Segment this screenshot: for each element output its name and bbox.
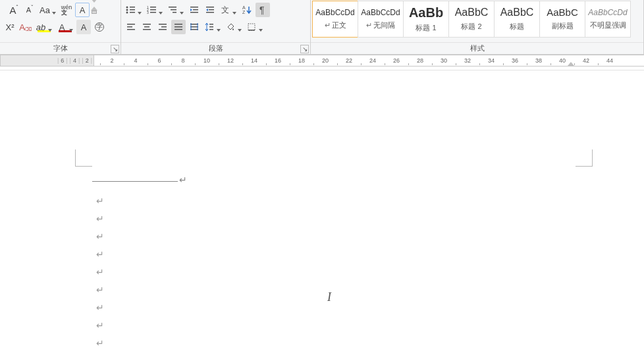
style-name: 标题 [510,22,524,32]
align-justify-icon [173,22,184,32]
distribute-button[interactable] [187,20,201,34]
ruler-tick: 22 [343,57,355,64]
change-case-button[interactable]: Aa [38,3,58,17]
svg-text:3: 3 [147,11,149,14]
svg-rect-15 [190,7,198,8]
highlight-button[interactable]: ab [34,20,54,34]
ruler-tick: 8 [177,57,189,64]
svg-rect-13 [171,9,176,11]
phonetic-guide-button[interactable]: wén文 [59,3,74,17]
svg-rect-18 [206,7,214,8]
paragraph-mark: ↵ [96,213,104,224]
para-row-1: 123 文 AZ ¶ [124,1,308,18]
borders-button[interactable] [245,20,265,34]
svg-text:¶: ¶ [259,5,265,15]
enclose-char-button[interactable]: 字 [92,20,107,34]
borders-icon [246,22,257,32]
increase-indent-icon [205,5,215,15]
enclose-char-icon: 字 [95,22,104,32]
horizontal-rule-shape[interactable] [92,181,178,182]
ruler-tick: 4 [130,57,142,64]
style-item-1[interactable]: AaBbCcDd↵无间隔 [358,1,404,38]
ruler-tick: 6 [153,57,165,64]
highlight-color-bar [38,30,51,32]
ruler-tick: 36 [509,57,521,64]
paragraph-group-label: 段落 ↘ [121,42,310,54]
sort-icon: AZ [242,5,252,15]
ruler-tick: 14 [248,57,260,64]
numbering-button[interactable]: 123 [145,3,165,17]
style-item-5[interactable]: AaBbC副标题 [539,1,585,38]
svg-rect-9 [150,9,156,11]
svg-rect-16 [193,9,198,11]
svg-rect-5 [130,12,135,13]
style-preview: AaBbC [500,7,534,18]
style-preview: AaBbC [547,7,578,17]
ruler-tick: 34 [485,57,497,64]
font-color-button[interactable]: A [55,20,75,34]
line-spacing-button[interactable] [203,20,223,34]
ruler-tick: 28 [414,57,426,64]
multilevel-list-button[interactable] [166,3,186,17]
right-indent-marker[interactable] [568,62,574,66]
left-indent-marker[interactable] [92,11,97,14]
font-row-1: A ˆ A ˇ Aa wén文 A [3,1,118,18]
svg-rect-36 [174,29,182,30]
style-item-3[interactable]: AaBbC标题 2 [448,1,495,38]
first-line-indent-marker[interactable] [91,0,97,3]
style-preview: AaBbCcDd [588,9,627,16]
font-dialog-launcher[interactable]: ↘ [111,45,119,53]
svg-rect-17 [190,12,198,13]
horizontal-ruler[interactable]: |6||4||2| 246810121416182022242628303234… [0,55,644,70]
paragraph-mark: ↵ [96,320,104,331]
document-area[interactable]: ↵ ↵↵↵↵↵↵↵↵↵ I [0,70,644,351]
grow-font-button[interactable]: A ˆ [7,3,21,17]
char-border-button[interactable]: A [75,3,90,17]
svg-rect-1 [130,7,135,8]
style-item-4[interactable]: AaBbC标题 [494,1,540,38]
style-preview: AaBbCcDd [361,9,400,16]
align-right-button[interactable] [155,20,170,34]
para-row-2 [124,18,308,36]
svg-rect-40 [209,24,213,25]
style-preview: AaBbC [455,7,489,18]
char-shading-button[interactable]: A [76,20,91,34]
svg-rect-39 [190,29,198,30]
svg-rect-11 [150,12,156,13]
clear-formatting-button[interactable]: A ⌫ [18,20,33,34]
ruler-tick: 38 [533,57,545,64]
align-center-button[interactable] [140,20,154,34]
decrease-indent-button[interactable] [187,3,201,17]
bullets-icon [125,5,136,15]
increase-indent-button[interactable] [203,3,217,17]
style-item-0[interactable]: AaBbCcDd↵正文 [312,1,358,38]
style-preview: AaBbCcDd [315,9,354,16]
char-shading-icon: A [81,22,87,32]
styles-group: AaBbCcDd↵正文AaBbCcDd↵无间隔AaBb标题 1AaBbC标题 2… [311,0,644,54]
svg-rect-35 [174,26,182,28]
ruler-tick: 10 [201,57,213,64]
ruler-tick: 12 [225,57,236,64]
asian-layout-button[interactable]: 文 [219,3,238,17]
superscript-button[interactable]: X² [3,20,17,34]
paragraph-mark: ↵ [96,302,104,313]
paragraph-dialog-launcher[interactable]: ↘ [300,45,309,53]
align-right-icon [157,22,168,32]
paragraph-group: 123 文 AZ ¶ [121,0,311,54]
paragraph-mark: ↵ [96,267,104,277]
shading-button[interactable] [224,20,244,34]
ruler-tick: 24 [367,57,379,64]
styles-gallery[interactable]: AaBbCcDd↵正文AaBbCcDd↵无间隔AaBb标题 1AaBbC标题 2… [311,0,643,38]
font-row-2: X² A ⌫ ab A A 字 [3,18,118,36]
style-item-6[interactable]: AaBbCcDd不明显强调 [585,1,631,38]
align-justify-button[interactable] [171,20,186,34]
align-left-button[interactable] [124,20,138,34]
sort-button[interactable]: AZ [240,3,254,17]
show-marks-button[interactable]: ¶ [255,3,270,17]
paint-bucket-icon [225,22,236,32]
style-item-2[interactable]: AaBb标题 1 [403,1,449,38]
shrink-font-icon: A [26,6,31,14]
shrink-font-button[interactable]: A ˇ [22,3,37,17]
svg-point-4 [126,12,128,14]
bullets-button[interactable] [124,3,144,17]
